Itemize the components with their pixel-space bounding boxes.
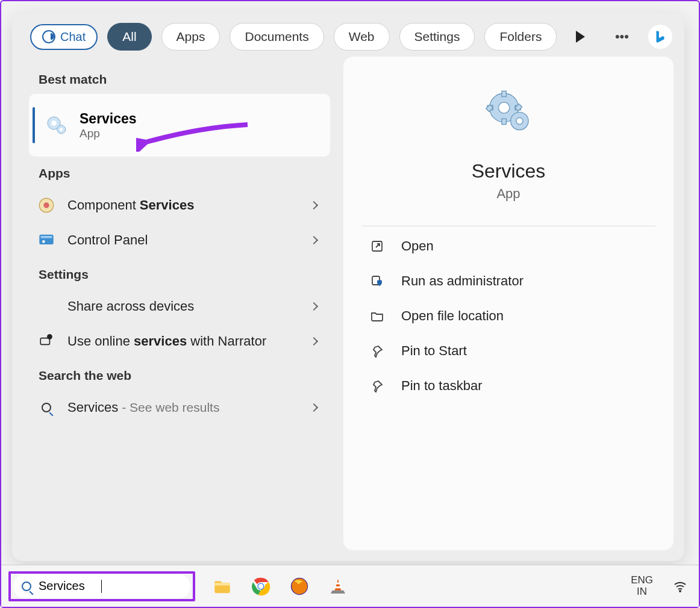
action-open-location[interactable]: Open file location [367,301,649,331]
text-cursor [101,580,102,593]
best-match-title: Services [80,111,137,127]
tab-folders[interactable]: Folders [484,23,557,51]
pin-icon [370,344,384,358]
bing-icon [42,30,55,43]
svg-rect-14 [502,119,506,124]
open-icon [370,239,384,253]
section-best-match: Best match [39,72,330,87]
result-control-panel[interactable]: Control Panel [29,223,330,258]
search-icon [37,399,55,417]
chat-label: Chat [60,30,86,44]
svg-point-12 [498,102,509,113]
result-component-services[interactable]: Component Services [29,188,330,223]
divider [361,226,655,226]
action-run-admin[interactable]: Run as administrator [367,266,649,296]
preview-title: Services [472,160,546,182]
row-label: Share across devices [67,299,299,314]
svg-rect-23 [214,583,230,585]
best-match-result[interactable]: Services App [29,94,330,157]
svg-point-8 [42,240,45,243]
svg-point-5 [43,202,49,208]
row-label: Control Panel [67,232,299,248]
firefox-icon[interactable] [288,575,311,598]
blank-icon [37,297,55,315]
action-pin-taskbar[interactable]: Pin to taskbar [367,371,649,401]
pin-icon [370,379,384,393]
chrome-icon[interactable] [249,575,272,598]
svg-point-26 [258,583,264,589]
preview-subtitle: App [496,186,520,202]
taskbar-search-input[interactable] [37,579,198,594]
row-label: Services - See web results [67,400,299,415]
svg-rect-7 [41,236,52,238]
chevron-right-icon [310,302,318,311]
search-icon [22,582,31,591]
chevron-right-icon [310,236,318,244]
taskbar: ENG IN [1,565,699,607]
more-dots-icon[interactable]: ••• [611,29,633,45]
result-share-devices[interactable]: Share across devices [29,289,330,324]
svg-rect-9 [40,338,49,345]
svg-point-10 [47,334,52,340]
svg-rect-13 [502,91,506,96]
action-open[interactable]: Open [367,231,649,261]
section-search-web: Search the web [39,368,330,383]
chevron-right-icon [310,201,318,209]
svg-rect-28 [336,582,340,584]
svg-point-20 [516,118,523,125]
tabs-row: Chat All Apps Documents Web Settings Fol… [12,13,684,57]
language-indicator[interactable]: ENG IN [631,575,653,597]
explorer-icon[interactable] [211,575,234,598]
action-pin-start[interactable]: Pin to Start [367,336,649,366]
tab-web[interactable]: Web [334,23,390,51]
row-label: Component Services [67,197,299,213]
chevron-right-icon [310,337,318,346]
result-narrator-services[interactable]: Use online services with Narrator [29,324,330,359]
more-tabs-icon[interactable] [576,31,585,43]
results-column: Best match Services App Apps [23,57,330,550]
taskbar-search-highlight [8,571,195,601]
preview-panel: Services App Open Run as administrator O… [343,57,673,550]
svg-rect-29 [335,586,342,588]
tab-apps[interactable]: Apps [161,23,220,51]
tab-all[interactable]: All [107,23,151,51]
bing-avatar[interactable] [648,25,672,49]
services-large-icon [481,87,536,142]
component-services-icon [37,196,55,214]
row-label: Use online services with Narrator [67,333,299,349]
narrator-icon [37,332,55,350]
shield-icon [370,274,384,288]
search-popup: Chat All Apps Documents Web Settings Fol… [12,13,684,561]
svg-point-1 [51,120,57,126]
control-panel-icon [37,231,55,249]
vlc-icon[interactable] [327,575,349,598]
tab-settings[interactable]: Settings [399,23,475,51]
section-settings: Settings [39,267,330,282]
wifi-icon[interactable] [669,575,692,598]
folder-icon [370,309,384,323]
chevron-right-icon [310,403,318,412]
tab-documents[interactable]: Documents [230,23,323,51]
services-gear-icon [43,113,69,138]
section-apps: Apps [39,166,330,181]
chat-button[interactable]: Chat [30,24,98,50]
svg-point-30 [680,591,681,592]
best-match-type: App [80,127,137,140]
taskbar-search[interactable] [13,574,190,598]
result-web-services[interactable]: Services - See web results [29,390,330,425]
svg-point-3 [60,128,63,131]
